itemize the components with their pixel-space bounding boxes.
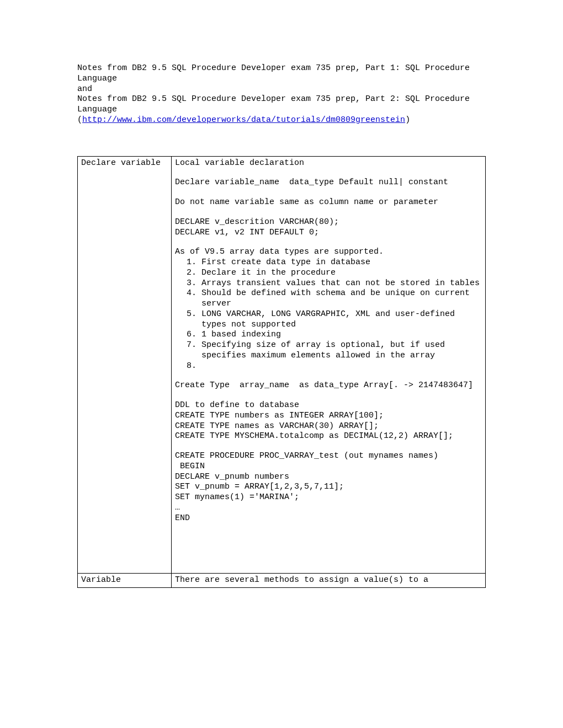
intro-block: Notes from DB2 9.5 SQL Procedure Develop… (77, 63, 486, 126)
list-item: LONG VARCHAR, LONG VARGRAPHIC, XML and u… (201, 309, 482, 330)
intro-and: and (77, 84, 92, 94)
array-list: First create data type in database Decla… (175, 258, 482, 371)
list-item: Arrays transient values that can not be … (201, 279, 482, 289)
list-item: Declare it in the procedure (201, 268, 482, 279)
intro-line2: Notes from DB2 9.5 SQL Procedure Develop… (77, 94, 470, 114)
paragraph: As of V9.5 array data types are supporte… (175, 247, 482, 258)
topic-label: Declare variable (81, 158, 161, 168)
code-block: DECLARE v_descrition VARCHAR(80); DECLAR… (175, 217, 482, 238)
paragraph: Declare variable_name data_type Default … (175, 178, 482, 188)
paragraph: Do not name variable same as column name… (175, 197, 482, 208)
table-row: Declare variable Local variable declarat… (78, 156, 486, 574)
table-row: Variable There are several methods to as… (78, 574, 486, 588)
list-item: First create data type in database (201, 258, 482, 268)
paragraph: There are several methods to assign a va… (175, 575, 428, 585)
cell-topic: Declare variable (78, 156, 172, 574)
notes-table: Declare variable Local variable declarat… (77, 156, 486, 588)
topic-label: Variable (81, 575, 121, 585)
code-block: DDL to define to database CREATE TYPE nu… (175, 400, 482, 442)
intro-line1: Notes from DB2 9.5 SQL Procedure Develop… (77, 63, 470, 83)
page: Notes from DB2 9.5 SQL Procedure Develop… (0, 0, 563, 728)
list-item: Specifying size of array is optional, bu… (201, 340, 482, 361)
cell-topic: Variable (78, 574, 172, 588)
intro-link[interactable]: http://www.ibm.com/developerworks/data/t… (82, 115, 405, 125)
list-item (201, 361, 482, 372)
cell-content: There are several methods to assign a va… (172, 574, 486, 588)
list-item: Should be defined with schema and be uni… (201, 288, 482, 309)
cell-content: Local variable declaration Declare varia… (172, 156, 486, 574)
paragraph: Create Type array_name as data_type Arra… (175, 381, 482, 391)
list-item: 1 based indexing (201, 330, 482, 340)
paragraph: Local variable declaration (175, 158, 482, 169)
code-block: CREATE PROCEDURE PROC_VARRAY_test (out m… (175, 451, 482, 523)
